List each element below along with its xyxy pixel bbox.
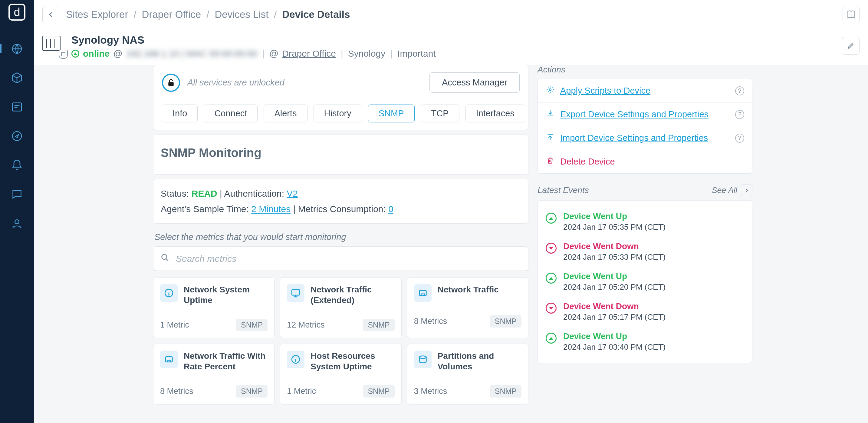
protocol-badge: SNMP bbox=[363, 385, 394, 398]
metric-card[interactable]: Partitions and Volumes 3 Metrics SNMP bbox=[407, 344, 528, 404]
metrics-search[interactable] bbox=[153, 246, 528, 271]
event-row[interactable]: Device Went Up 2024 Jan 17 03:40 PM (CET… bbox=[546, 327, 744, 357]
info-icon bbox=[160, 284, 178, 302]
metric-title: Network Traffic (Extended) bbox=[311, 284, 394, 305]
metric-count: 1 Metric bbox=[287, 387, 316, 396]
book-icon bbox=[846, 10, 856, 19]
snmp-consumption-link[interactable]: 0 bbox=[388, 204, 394, 214]
nav-item-user[interactable] bbox=[0, 215, 34, 231]
snmp-title: SNMP Monitoring bbox=[161, 146, 521, 160]
metric-card[interactable]: Network Traffic 8 Metrics SNMP bbox=[407, 277, 528, 338]
compass-icon bbox=[11, 130, 23, 142]
chevron-right-icon bbox=[741, 185, 752, 196]
tab-interfaces[interactable]: Interfaces bbox=[465, 105, 525, 122]
back-button[interactable] bbox=[42, 6, 59, 23]
tab-info[interactable]: Info bbox=[162, 105, 198, 122]
search-input[interactable] bbox=[176, 254, 521, 264]
event-time: 2024 Jan 17 03:40 PM (CET) bbox=[563, 342, 665, 352]
tab-history[interactable]: History bbox=[314, 105, 362, 122]
nav-item-compass[interactable] bbox=[0, 128, 34, 144]
action-trash[interactable]: Delete Device bbox=[538, 150, 752, 173]
event-row[interactable]: Device Went Down 2024 Jan 17 05:33 PM (C… bbox=[546, 237, 744, 266]
help-icon[interactable]: ? bbox=[735, 86, 744, 95]
crumb-0[interactable]: Sites Explorer bbox=[66, 9, 128, 20]
help-icon[interactable]: ? bbox=[735, 110, 744, 119]
unlock-icon bbox=[162, 74, 180, 92]
nav-item-globe[interactable] bbox=[0, 40, 34, 57]
edit-button[interactable] bbox=[842, 37, 860, 55]
nic-icon bbox=[414, 284, 432, 302]
action-download[interactable]: Export Device Settings and Properties ? bbox=[538, 103, 752, 126]
docs-button[interactable] bbox=[843, 6, 860, 23]
actions-label: Actions bbox=[537, 65, 752, 75]
access-manager-button[interactable]: Access Manager bbox=[430, 73, 520, 93]
disk-icon bbox=[414, 350, 432, 368]
crumb-2[interactable]: Devices List bbox=[215, 9, 269, 20]
svg-rect-4 bbox=[169, 82, 174, 85]
metric-count: 12 Metrics bbox=[287, 320, 325, 330]
event-row[interactable]: Device Went Up 2024 Jan 17 05:20 PM (CET… bbox=[546, 266, 744, 297]
nav-item-news[interactable] bbox=[0, 99, 34, 115]
event-title: Device Went Down bbox=[563, 242, 665, 251]
device-name: Synology NAS bbox=[71, 34, 605, 46]
tab-snmp[interactable]: SNMP bbox=[368, 105, 415, 122]
nav-item-cube[interactable] bbox=[0, 70, 34, 86]
device-meta: online @ 192.168.1.10 | MAC 00:00:00:00 … bbox=[71, 49, 605, 59]
svg-point-11 bbox=[549, 89, 551, 91]
snmp-sample-link[interactable]: 2 Minutes bbox=[251, 204, 290, 214]
snmp-status-value: READ bbox=[192, 189, 217, 198]
status-down-icon bbox=[546, 243, 557, 254]
device-type-icon bbox=[42, 36, 64, 56]
metric-card[interactable]: Network System Uptime 1 Metric SNMP bbox=[153, 277, 275, 338]
metric-title: Network System Uptime bbox=[184, 284, 268, 305]
metric-count: 8 Metrics bbox=[160, 387, 193, 396]
metric-card[interactable]: Host Resources System Uptime 1 Metric SN… bbox=[280, 344, 401, 404]
globe-icon bbox=[11, 43, 23, 55]
site-link[interactable]: Draper Office bbox=[282, 49, 336, 59]
metric-title: Network Traffic With Rate Percent bbox=[184, 350, 268, 372]
tab-tcp[interactable]: TCP bbox=[421, 105, 459, 122]
protocol-badge: SNMP bbox=[236, 385, 268, 398]
tab-connect[interactable]: Connect bbox=[204, 105, 257, 122]
snmp-auth-link[interactable]: V2 bbox=[287, 189, 298, 198]
event-title: Device Went Up bbox=[563, 332, 665, 341]
snmp-status-panel: Status: READ | Authentication: V2 Agent'… bbox=[153, 179, 528, 224]
event-title: Device Went Up bbox=[563, 212, 665, 221]
svg-rect-1 bbox=[12, 103, 22, 111]
action-text: Export Device Settings and Properties bbox=[560, 109, 730, 119]
crumb-1[interactable]: Draper Office bbox=[142, 9, 201, 20]
news-icon bbox=[11, 101, 23, 113]
app-logo[interactable]: d bbox=[8, 4, 25, 21]
svg-point-3 bbox=[15, 220, 19, 224]
search-icon bbox=[161, 253, 169, 264]
metric-card[interactable]: Network Traffic With Rate Percent 8 Metr… bbox=[153, 344, 275, 404]
nic-icon bbox=[160, 350, 178, 368]
breadcrumb: Sites Explorer / Draper Office / Devices… bbox=[66, 9, 836, 20]
metric-card[interactable]: Network Traffic (Extended) 12 Metrics SN… bbox=[280, 277, 401, 338]
help-icon[interactable]: ? bbox=[735, 134, 744, 143]
see-all-events[interactable]: See All bbox=[712, 185, 752, 196]
unlock-text: All services are unlocked bbox=[187, 78, 422, 88]
action-gear[interactable]: Apply Scripts to Device ? bbox=[538, 79, 752, 103]
chevron-left-icon bbox=[47, 11, 55, 18]
main-column: Sites Explorer / Draper Office / Devices… bbox=[34, 0, 868, 423]
svg-rect-9 bbox=[165, 357, 173, 362]
event-row[interactable]: Device Went Down 2024 Jan 17 05:17 PM (C… bbox=[546, 297, 744, 327]
nav-item-chat[interactable] bbox=[0, 186, 34, 202]
status-up-icon bbox=[546, 333, 557, 344]
download-icon bbox=[546, 109, 555, 119]
pencil-icon bbox=[847, 42, 855, 50]
status-up-icon bbox=[71, 50, 79, 58]
status-text: online bbox=[83, 49, 110, 59]
event-row[interactable]: Device Went Up 2024 Jan 17 05:35 PM (CET… bbox=[546, 207, 744, 237]
nav-rail: d bbox=[0, 0, 34, 423]
nav-item-bell[interactable] bbox=[0, 157, 34, 173]
event-time: 2024 Jan 17 05:33 PM (CET) bbox=[563, 252, 665, 262]
vendor-text: Synology bbox=[348, 49, 385, 59]
action-upload[interactable]: Import Device Settings and Properties ? bbox=[538, 126, 752, 150]
event-time: 2024 Jan 17 05:17 PM (CET) bbox=[563, 312, 665, 322]
metric-title: Network Traffic bbox=[438, 284, 499, 295]
user-icon bbox=[11, 217, 23, 229]
tab-alerts[interactable]: Alerts bbox=[264, 105, 307, 122]
metric-count: 1 Metric bbox=[160, 320, 189, 330]
